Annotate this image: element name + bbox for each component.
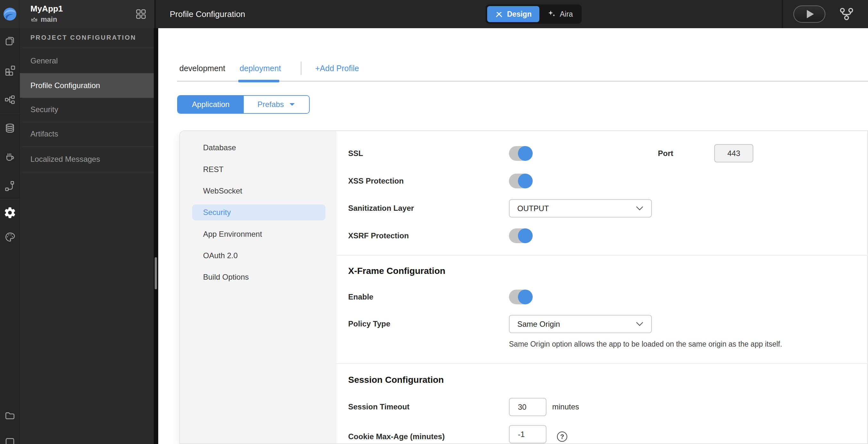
tabs-underline [177,81,868,82]
widgets-icon[interactable] [4,64,16,76]
pages-icon[interactable] [4,35,16,47]
prefabs-label: Prefabs [257,100,284,109]
app-logo[interactable] [0,0,20,28]
top-bar-divider [782,0,783,28]
menu-item-rest[interactable]: REST [192,161,326,177]
ssl-toggle[interactable] [509,146,533,161]
version-control-icon[interactable] [839,7,854,22]
xss-protection-label: XSS Protection [348,176,404,186]
menu-item-build-options[interactable]: Build Options [192,269,326,285]
toggle-knob [518,174,533,188]
aira-mode-button[interactable]: Aira [540,6,580,22]
wavemaker-logo-icon [3,7,17,22]
selected-value: Same Origin [517,320,636,329]
session-section-title: Session Configuration [348,374,444,386]
sanitization-layer-label: Sanitization Layer [348,203,414,213]
active-tab-indicator [238,80,279,82]
branch-name: main [41,16,57,24]
policy-type-label: Policy Type [348,319,391,329]
design-tools-icon [495,10,503,18]
play-icon [807,10,814,18]
preview-run-button[interactable] [794,5,826,23]
sidebar-item-security[interactable]: Security [20,101,154,118]
cookie-max-age-input[interactable] [509,425,547,443]
cookie-max-age-label: Cookie Max-Age (minutes) [348,432,444,441]
xframe-enable-toggle[interactable] [509,290,533,304]
app-window: MyApp1 main Profile Configuration [0,0,868,444]
top-bar-left: MyApp1 main [0,0,156,28]
xss-protection-toggle[interactable] [509,174,533,188]
port-input[interactable] [714,144,753,162]
application-scope-button[interactable]: Application [178,96,244,113]
branch-indicator[interactable]: main [30,16,57,24]
timeout-unit-label: minutes [552,402,579,412]
project-config-sidebar: PROJECT CONFIGURATION General Profile Co… [20,28,154,444]
sidebar-header: PROJECT CONFIGURATION [30,34,136,41]
menu-item-database[interactable]: Database [192,140,326,156]
sidebar-divider [23,122,154,122]
port-label: Port [658,149,673,158]
caret-down-icon [289,102,295,106]
sidebar-divider [23,98,154,98]
policy-type-select[interactable]: Same Origin [509,315,652,333]
selected-value: OUTPUT [517,204,636,213]
tab-deployment[interactable]: deployment [240,63,281,74]
ssl-label: SSL [348,149,363,158]
project-name: MyApp1 [30,4,63,14]
settings-category-menu: Database REST WebSocket Security App Env… [180,131,336,443]
sparkles-icon [547,9,557,19]
tab-separator [301,61,301,75]
menu-item-websocket[interactable]: WebSocket [192,183,326,199]
toggle-knob [518,290,533,304]
xframe-section-title: X-Frame Configuration [348,265,445,277]
sidebar-divider [23,48,154,48]
hierarchy-icon[interactable] [4,93,16,105]
rail-separator [0,199,20,200]
menu-item-oauth[interactable]: OAuth 2.0 [192,248,326,264]
sidebar-item-general[interactable]: General [20,53,154,69]
orchestration-icon[interactable] [4,180,16,191]
themes-icon[interactable] [4,231,16,243]
app-switcher-icon[interactable] [135,8,147,20]
aira-label: Aira [560,10,573,19]
rail-separator [0,114,20,114]
scope-switch: Application Prefabs [177,95,310,114]
more-icon[interactable] [4,436,16,444]
design-label: Design [507,10,532,19]
tab-development[interactable]: development [179,63,225,74]
toggle-knob [518,229,533,243]
sidebar-divider [23,73,154,73]
database-icon[interactable] [4,122,16,134]
toggle-knob [518,146,533,161]
chevron-down-icon [636,322,644,326]
xsrf-protection-label: XSRF Protection [348,231,409,241]
java-services-icon[interactable] [4,151,16,163]
sidebar-item-profile-configuration[interactable]: Profile Configuration [20,78,154,93]
session-timeout-label: Session Timeout [348,402,410,412]
menu-item-app-environment[interactable]: App Environment [192,226,326,242]
policy-help-text: Same Origin option allows the app to be … [509,339,782,349]
file-explorer-icon[interactable] [4,409,16,421]
section-divider [336,255,868,256]
sidebar-scroll-thumb[interactable] [155,257,157,289]
sidebar-divider [23,146,154,147]
menu-item-security[interactable]: Security [192,204,326,220]
branch-crown-icon [30,16,38,23]
sidebar-divider [23,172,154,172]
sidebar-item-localized-messages[interactable]: Localized Messages [20,151,154,167]
security-settings-card: Database REST WebSocket Security App Env… [179,130,868,444]
sidebar-item-artifacts[interactable]: Artifacts [20,126,154,142]
prefabs-scope-button[interactable]: Prefabs [244,96,309,113]
sidebar-scroll-track [154,28,158,444]
workspace-icon-rail [0,28,20,444]
add-profile-button[interactable]: +Add Profile [315,63,359,74]
help-icon[interactable]: ? [557,432,567,442]
xsrf-protection-toggle[interactable] [509,229,533,243]
page-title: Profile Configuration [170,0,245,28]
chevron-down-icon [636,206,644,211]
sanitization-layer-select[interactable]: OUTPUT [509,199,652,217]
settings-icon[interactable] [3,206,16,219]
session-timeout-input[interactable] [509,398,547,416]
design-mode-button[interactable]: Design [487,6,539,22]
section-divider [336,363,868,364]
